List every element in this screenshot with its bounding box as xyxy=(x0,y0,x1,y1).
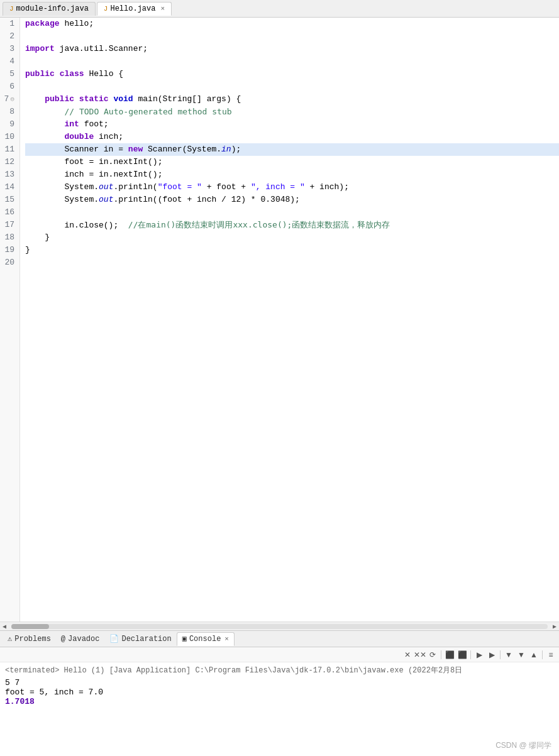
line-number-5: 5 xyxy=(3,68,14,80)
token xyxy=(55,69,60,79)
token xyxy=(25,119,64,129)
code-area[interactable]: 1234567891011121314151617181920 package … xyxy=(0,18,559,622)
panel-tab-bar: ⚠ Problems @ Javadoc 📄 Declaration ▣ Con… xyxy=(0,631,559,647)
toolbar-menu-btn[interactable]: ≡ xyxy=(545,649,556,660)
token: inch; xyxy=(94,132,123,141)
token: ); xyxy=(231,145,241,154)
panel-toolbar: ✕ ✕✕ ⟳ ⬛ ⬛ ▶ ▶ ▼ ▼ ▲ ≡ xyxy=(0,647,559,662)
panel-tab-declaration[interactable]: 📄 Declaration xyxy=(104,632,176,646)
token: .println( xyxy=(113,182,157,192)
line-number-3: 3 xyxy=(3,43,14,55)
console-input: 5 7 xyxy=(5,678,554,688)
scrollbar-thumb[interactable] xyxy=(11,624,49,629)
declaration-icon: 📄 xyxy=(109,634,119,644)
scroll-right-arrow[interactable]: ▶ xyxy=(550,622,559,631)
tab-module-info[interactable]: J module-info.java xyxy=(3,2,96,16)
code-lines[interactable]: package hello; import java.util.Scanner;… xyxy=(20,18,559,622)
token: in xyxy=(221,145,231,154)
code-editor: 1234567891011121314151617181920 package … xyxy=(0,18,559,630)
token: out xyxy=(99,195,113,204)
token: out xyxy=(99,182,113,192)
problems-icon: ⚠ xyxy=(8,634,12,644)
panel-tab-console-close[interactable]: × xyxy=(224,635,229,643)
scroll-left-arrow[interactable]: ◀ xyxy=(0,622,9,631)
code-line-17: in.close(); //在main()函数结束时调用xxx.close();… xyxy=(25,219,559,231)
token: System. xyxy=(25,195,99,204)
watermark: CSDN @ 缪同学 xyxy=(495,740,551,751)
console-icon: ▣ xyxy=(182,634,187,644)
panel-tab-javadoc[interactable]: @ Javadoc xyxy=(56,632,105,646)
toolbar-sep1 xyxy=(441,650,441,659)
toolbar-down-btn[interactable]: ▼ xyxy=(503,649,514,660)
toolbar-run-btn[interactable]: ▶ xyxy=(473,649,485,660)
code-line-4 xyxy=(25,55,559,68)
toolbar-stop2-btn[interactable]: ⬛ xyxy=(457,649,468,660)
code-line-6 xyxy=(25,80,559,93)
code-line-3: import java.util.Scanner; xyxy=(25,43,559,55)
line-number-10: 10 xyxy=(3,131,14,143)
line-number-4: 4 xyxy=(3,55,14,68)
token: //在main()函数结束时调用xxx.close();函数结束数据流，释放内存 xyxy=(128,220,390,229)
code-line-5: public class Hello { xyxy=(25,68,559,80)
line-number-17: 17 xyxy=(3,219,14,231)
toolbar-sep2 xyxy=(470,650,471,659)
editor-scrollbar[interactable]: ◀ ▶ xyxy=(0,622,559,630)
token: package xyxy=(25,19,60,28)
toolbar-sep3 xyxy=(500,650,501,659)
token: new xyxy=(128,145,143,154)
line-number-9: 9 xyxy=(3,118,14,131)
code-line-20 xyxy=(25,256,559,269)
token: Scanner(System. xyxy=(143,145,221,154)
toolbar-up-btn[interactable]: ▲ xyxy=(528,649,540,660)
panel-tab-console[interactable]: ▣ Console × xyxy=(177,632,235,646)
scrollbar-track[interactable] xyxy=(11,624,548,629)
line-numbers: 1234567891011121314151617181920 xyxy=(0,18,20,622)
token: public xyxy=(25,69,55,79)
console-output1: foot = 5, inch = 7.0 xyxy=(5,688,554,697)
token: import xyxy=(25,44,55,53)
console-content: <terminated> Hello (1) [Java Application… xyxy=(0,662,559,756)
token: + foot + xyxy=(202,182,251,192)
token: double xyxy=(64,132,94,141)
token: + inch); xyxy=(305,182,349,192)
toolbar-sep4 xyxy=(542,650,543,659)
tab-hello-close[interactable]: × xyxy=(160,5,165,13)
tab-hello[interactable]: J Hello.java × xyxy=(97,2,172,16)
panel-tab-declaration-label: Declaration xyxy=(121,635,171,644)
toolbar-down2-btn[interactable]: ▼ xyxy=(516,649,527,660)
line-number-13: 13 xyxy=(3,168,14,181)
code-line-10: double inch; xyxy=(25,131,559,143)
token: foot; xyxy=(79,119,109,129)
token: int xyxy=(64,119,79,129)
bottom-panel: ⚠ Problems @ Javadoc 📄 Declaration ▣ Con… xyxy=(0,630,559,756)
token: void xyxy=(113,94,133,104)
token: Hello { xyxy=(84,69,123,79)
toolbar-clear-all-btn[interactable]: ✕✕ xyxy=(414,649,426,660)
token: .println((foot + inch / 12) * 0.3048); xyxy=(113,195,299,204)
line-number-12: 12 xyxy=(3,156,14,168)
toolbar-run2-btn[interactable]: ▶ xyxy=(486,649,497,660)
token: inch = in.nextInt(); xyxy=(25,170,162,179)
line-number-2: 2 xyxy=(3,30,14,43)
line-number-8: 8 xyxy=(3,106,14,118)
code-line-13: inch = in.nextInt(); xyxy=(25,168,559,181)
tab-hello-label: Hello.java xyxy=(110,4,155,13)
javadoc-icon: @ xyxy=(61,635,65,644)
line-number-11: 11 xyxy=(3,143,14,156)
console-panel-wrap: ✕ ✕✕ ⟳ ⬛ ⬛ ▶ ▶ ▼ ▼ ▲ ≡ <terminated> Hell… xyxy=(0,647,559,756)
line-number-14: 14 xyxy=(3,181,14,194)
token: } xyxy=(25,233,50,242)
code-line-14: System.out.println("foot = " + foot + ",… xyxy=(25,181,559,194)
toolbar-stop-btn[interactable]: ⬛ xyxy=(444,649,455,660)
toolbar-refresh-btn[interactable]: ⟳ xyxy=(427,649,438,660)
tab-bar: J module-info.java J Hello.java × xyxy=(0,0,559,18)
panel-tab-javadoc-label: Javadoc xyxy=(68,635,99,644)
token: main(String[] args) { xyxy=(133,94,241,104)
token xyxy=(25,94,45,104)
module-info-icon: J xyxy=(9,5,14,13)
line-number-7: 7 xyxy=(3,93,14,106)
panel-tab-problems[interactable]: ⚠ Problems xyxy=(3,632,56,646)
token: } xyxy=(25,245,30,255)
toolbar-clear-btn[interactable]: ✕ xyxy=(402,649,413,660)
token xyxy=(25,132,64,141)
